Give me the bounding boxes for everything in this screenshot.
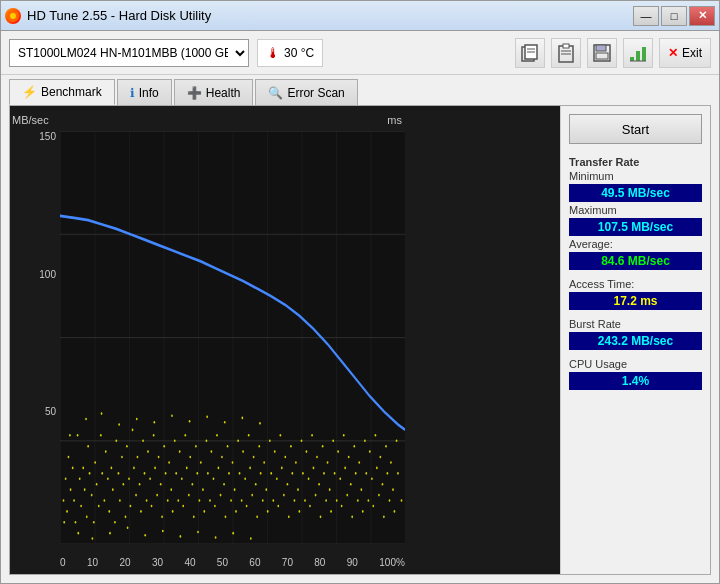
svg-point-190 bbox=[355, 472, 357, 475]
maximize-button[interactable]: □ bbox=[661, 6, 687, 26]
burst-rate-value: 243.2 MB/sec bbox=[569, 332, 702, 350]
svg-point-116 bbox=[225, 516, 227, 519]
svg-point-38 bbox=[87, 445, 89, 448]
benchmark-chart bbox=[60, 131, 405, 544]
toolbar-btn-3[interactable] bbox=[587, 38, 617, 68]
svg-point-28 bbox=[70, 488, 72, 491]
info-tab-icon: ℹ bbox=[130, 86, 135, 100]
svg-point-124 bbox=[239, 472, 241, 475]
svg-point-201 bbox=[375, 434, 377, 437]
svg-point-145 bbox=[276, 477, 278, 480]
burst-rate-label: Burst Rate bbox=[569, 318, 702, 330]
svg-point-101 bbox=[199, 499, 201, 502]
svg-point-82 bbox=[165, 472, 167, 475]
average-value: 84.6 MB/sec bbox=[569, 252, 702, 270]
svg-point-196 bbox=[365, 472, 367, 475]
svg-rect-11 bbox=[596, 45, 606, 51]
svg-point-172 bbox=[323, 472, 325, 475]
tab-info[interactable]: ℹ Info bbox=[117, 79, 172, 105]
svg-point-53 bbox=[114, 521, 116, 524]
svg-point-199 bbox=[371, 477, 373, 480]
svg-point-209 bbox=[389, 499, 391, 502]
svg-point-238 bbox=[250, 537, 252, 540]
svg-point-228 bbox=[162, 530, 164, 533]
svg-point-144 bbox=[274, 450, 276, 453]
svg-point-207 bbox=[385, 445, 387, 448]
minimize-button[interactable]: — bbox=[633, 6, 659, 26]
svg-point-159 bbox=[301, 439, 303, 442]
svg-point-102 bbox=[200, 461, 202, 464]
toolbar-btn-4[interactable] bbox=[623, 38, 653, 68]
svg-point-179 bbox=[336, 499, 338, 502]
svg-point-181 bbox=[339, 477, 341, 480]
svg-point-92 bbox=[182, 505, 184, 508]
svg-point-155 bbox=[294, 499, 296, 502]
svg-point-198 bbox=[369, 450, 371, 453]
close-button[interactable]: ✕ bbox=[689, 6, 715, 26]
svg-point-237 bbox=[242, 417, 244, 420]
title-bar: HD Tune 2.55 - Hard Disk Utility — □ ✕ bbox=[1, 1, 719, 31]
cpu-usage-label: CPU Usage bbox=[569, 358, 702, 370]
svg-point-31 bbox=[75, 521, 77, 524]
svg-point-69 bbox=[142, 439, 144, 442]
svg-point-169 bbox=[318, 483, 320, 486]
svg-point-106 bbox=[207, 472, 209, 475]
svg-point-160 bbox=[302, 472, 304, 475]
minimum-value: 49.5 MB/sec bbox=[569, 184, 702, 202]
svg-point-39 bbox=[89, 472, 91, 475]
svg-point-58 bbox=[123, 483, 125, 486]
cpu-usage-value: 1.4% bbox=[569, 372, 702, 390]
exit-label: Exit bbox=[682, 46, 702, 60]
tab-errorscan[interactable]: 🔍 Error Scan bbox=[255, 79, 357, 105]
svg-rect-14 bbox=[636, 51, 640, 61]
svg-point-54 bbox=[115, 439, 117, 442]
benchmark-tab-label: Benchmark bbox=[41, 85, 102, 99]
toolbar-btn-2[interactable] bbox=[551, 38, 581, 68]
svg-rect-7 bbox=[563, 44, 569, 48]
svg-point-132 bbox=[253, 456, 255, 459]
svg-point-188 bbox=[351, 516, 353, 519]
svg-point-143 bbox=[272, 499, 274, 502]
svg-point-164 bbox=[309, 505, 311, 508]
svg-point-107 bbox=[209, 499, 211, 502]
svg-point-151 bbox=[287, 483, 289, 486]
svg-point-51 bbox=[111, 467, 113, 470]
svg-point-70 bbox=[144, 472, 146, 475]
svg-point-227 bbox=[154, 421, 156, 424]
svg-point-193 bbox=[361, 488, 363, 491]
start-button[interactable]: Start bbox=[569, 114, 702, 144]
svg-rect-12 bbox=[596, 53, 608, 59]
transfer-rate-group: Transfer Rate Minimum 49.5 MB/sec Maximu… bbox=[569, 156, 702, 270]
exit-button[interactable]: ✕ Exit bbox=[659, 38, 711, 68]
svg-point-217 bbox=[69, 434, 71, 437]
svg-point-99 bbox=[195, 445, 197, 448]
svg-point-61 bbox=[128, 477, 130, 480]
svg-point-162 bbox=[306, 450, 308, 453]
tab-health[interactable]: ➕ Health bbox=[174, 79, 254, 105]
svg-point-94 bbox=[186, 467, 188, 470]
svg-point-29 bbox=[72, 467, 74, 470]
svg-point-40 bbox=[91, 494, 93, 497]
title-buttons: — □ ✕ bbox=[633, 6, 715, 26]
maximum-label: Maximum bbox=[569, 204, 702, 216]
svg-point-197 bbox=[368, 499, 370, 502]
svg-point-131 bbox=[251, 494, 253, 497]
svg-point-173 bbox=[325, 499, 327, 502]
svg-point-166 bbox=[313, 467, 315, 470]
svg-point-183 bbox=[343, 434, 345, 437]
svg-point-184 bbox=[344, 467, 346, 470]
svg-point-59 bbox=[125, 516, 127, 519]
svg-point-113 bbox=[220, 494, 222, 497]
svg-point-95 bbox=[188, 494, 190, 497]
app-icon bbox=[5, 8, 21, 24]
svg-point-97 bbox=[192, 483, 194, 486]
svg-point-47 bbox=[104, 499, 106, 502]
toolbar-btn-1[interactable] bbox=[515, 38, 545, 68]
tab-benchmark[interactable]: ⚡ Benchmark bbox=[9, 79, 115, 105]
svg-point-221 bbox=[101, 412, 103, 415]
svg-point-73 bbox=[149, 477, 151, 480]
minimum-label: Minimum bbox=[569, 170, 702, 182]
svg-point-91 bbox=[181, 477, 183, 480]
svg-point-42 bbox=[94, 461, 96, 464]
disk-select[interactable]: ST1000LM024 HN-M101MBB (1000 GB) bbox=[9, 39, 249, 67]
